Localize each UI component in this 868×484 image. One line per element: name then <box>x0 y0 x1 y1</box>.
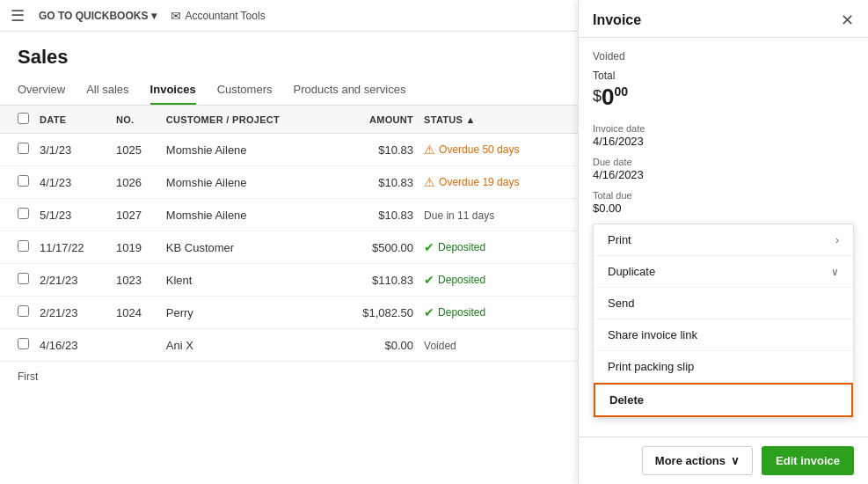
invoice-date-label: Invoice date <box>593 123 854 134</box>
row-date: 2/21/23 <box>34 297 111 329</box>
total-cents: 00 <box>614 84 628 99</box>
edit-invoice-button[interactable]: Edit invoice <box>762 446 854 475</box>
more-actions-chevron-icon: ∨ <box>731 454 740 467</box>
table-row[interactable]: 4/16/23 Ani X $0.00 Voided <box>0 329 580 362</box>
row-customer: Klent <box>161 264 333 297</box>
row-no: 1027 <box>111 199 161 231</box>
row-amount: $110.83 <box>333 264 419 297</box>
menu-item-send[interactable]: Send <box>594 288 853 319</box>
tab-all-sales[interactable]: All sales <box>86 76 128 105</box>
row-date: 5/1/23 <box>34 199 111 231</box>
menu-item-label: Delete <box>609 393 644 407</box>
table-row[interactable]: 2/21/23 1023 Klent $110.83 ✔Deposited <box>0 264 580 297</box>
table-row[interactable]: 3/1/23 1025 Momshie Ailene $10.83 ⚠Overd… <box>0 134 580 166</box>
table-row[interactable]: 11/17/22 1019 KB Customer $500.00 ✔Depos… <box>0 231 580 264</box>
panel-title: Invoice <box>593 12 641 28</box>
row-customer: Momshie Ailene <box>161 166 333 199</box>
row-status: Due in 11 days <box>419 199 565 231</box>
col-amount[interactable]: AMOUNT <box>333 106 419 134</box>
check-icon: ✔ <box>424 273 434 287</box>
col-customer[interactable]: CUSTOMER / PROJECT <box>161 106 333 134</box>
panel-body: Voided Total $000 Invoice date 4/16/2023… <box>579 38 868 436</box>
status-text: Overdue 50 days <box>439 143 519 156</box>
row-checkbox[interactable] <box>18 143 29 154</box>
row-customer: Ani X <box>161 329 333 362</box>
menu-item-label: Print <box>608 233 631 246</box>
accountant-tools-label: Accountant Tools <box>185 10 265 22</box>
menu-item-label: Duplicate <box>608 265 655 278</box>
top-bar: ☰ GO TO QUICKBOOKS ▾ ✉ Accountant Tools <box>0 0 580 32</box>
chevron-right-icon: › <box>835 234 839 246</box>
row-amount: $500.00 <box>333 231 419 264</box>
table-footer: First <box>0 362 580 392</box>
row-no: 1025 <box>111 134 161 166</box>
total-amount: $000 <box>593 84 854 111</box>
row-customer: KB Customer <box>161 231 333 264</box>
hamburger-icon[interactable]: ☰ <box>11 6 25 26</box>
row-checkbox[interactable] <box>18 273 29 284</box>
page-title: Sales <box>18 46 563 69</box>
row-checkbox[interactable] <box>18 338 29 349</box>
menu-item-label: Print packing slip <box>608 360 694 373</box>
menu-item-print[interactable]: Print› <box>594 224 853 256</box>
more-actions-button[interactable]: More actions ∨ <box>642 446 753 475</box>
col-date[interactable]: DATE <box>34 106 111 134</box>
row-customer: Momshie Ailene <box>161 134 333 166</box>
delete-menu-item[interactable]: Delete <box>594 383 853 417</box>
table-row[interactable]: 5/1/23 1027 Momshie Ailene $10.83 Due in… <box>0 199 580 231</box>
status-text: Deposited <box>438 306 485 319</box>
tab-customers[interactable]: Customers <box>217 76 273 105</box>
total-label: Total <box>593 70 854 82</box>
row-status: ✔Deposited <box>419 264 565 297</box>
tab-overview[interactable]: Overview <box>18 76 65 105</box>
row-amount: $0.00 <box>333 329 419 362</box>
row-checkbox-cell[interactable] <box>0 264 34 297</box>
col-status[interactable]: STATUS ▲ <box>419 106 565 134</box>
row-date: 4/16/23 <box>34 329 111 362</box>
row-amount: $10.83 <box>333 134 419 166</box>
row-date: 2/21/23 <box>34 264 111 297</box>
status-text: Deposited <box>438 241 485 253</box>
envelope-icon: ✉ <box>171 9 181 23</box>
warning-icon: ⚠ <box>424 175 435 189</box>
row-customer: Perry <box>161 297 333 329</box>
status-text: Voided <box>424 340 456 352</box>
row-status: ✔Deposited <box>419 231 565 264</box>
table-row[interactable]: 4/1/23 1026 Momshie Ailene $10.83 ⚠Overd… <box>0 166 580 199</box>
row-date: 11/17/22 <box>34 231 111 264</box>
main-content: ☰ GO TO QUICKBOOKS ▾ ✉ Accountant Tools … <box>0 0 580 484</box>
tab-products-services[interactable]: Products and services <box>294 76 406 105</box>
accountant-tools-button[interactable]: ✉ Accountant Tools <box>171 9 265 23</box>
row-checkbox-cell[interactable] <box>0 231 34 264</box>
tab-invoices[interactable]: Invoices <box>150 76 196 105</box>
col-no[interactable]: NO. <box>111 106 161 134</box>
row-checkbox-cell[interactable] <box>0 297 34 329</box>
row-checkbox-cell[interactable] <box>0 199 34 231</box>
row-date: 4/1/23 <box>34 166 111 199</box>
actions-dropdown-menu: Print›Duplicate∨SendShare invoice linkPr… <box>593 224 854 418</box>
row-no <box>111 329 161 362</box>
status-text: Deposited <box>438 274 485 286</box>
goto-quickbooks-button[interactable]: GO TO QUICKBOOKS ▾ <box>39 10 157 22</box>
invoices-table: DATE NO. CUSTOMER / PROJECT AMOUNT STATU… <box>0 106 580 362</box>
menu-item-duplicate[interactable]: Duplicate∨ <box>594 256 853 288</box>
menu-item-print-packing-slip[interactable]: Print packing slip <box>594 351 853 383</box>
row-checkbox[interactable] <box>18 208 29 219</box>
row-checkbox[interactable] <box>18 175 29 187</box>
row-checkbox-cell[interactable] <box>0 166 34 199</box>
row-date: 3/1/23 <box>34 134 111 166</box>
table-header-row: DATE NO. CUSTOMER / PROJECT AMOUNT STATU… <box>0 106 580 134</box>
row-checkbox[interactable] <box>18 240 29 252</box>
menu-item-share-invoice-link[interactable]: Share invoice link <box>594 319 853 351</box>
select-all-checkbox[interactable] <box>18 113 29 124</box>
row-checkbox-cell[interactable] <box>0 329 34 362</box>
row-status: ⚠Overdue 50 days <box>419 134 565 166</box>
status-text: Overdue 19 days <box>439 176 519 188</box>
row-checkbox-cell[interactable] <box>0 134 34 166</box>
row-no: 1023 <box>111 264 161 297</box>
tabs-container: Overview All sales Invoices Customers Pr… <box>0 76 580 106</box>
row-no: 1019 <box>111 231 161 264</box>
close-icon[interactable]: ✕ <box>841 12 854 28</box>
row-checkbox[interactable] <box>18 305 29 317</box>
table-row[interactable]: 2/21/23 1024 Perry $1,082.50 ✔Deposited <box>0 297 580 329</box>
